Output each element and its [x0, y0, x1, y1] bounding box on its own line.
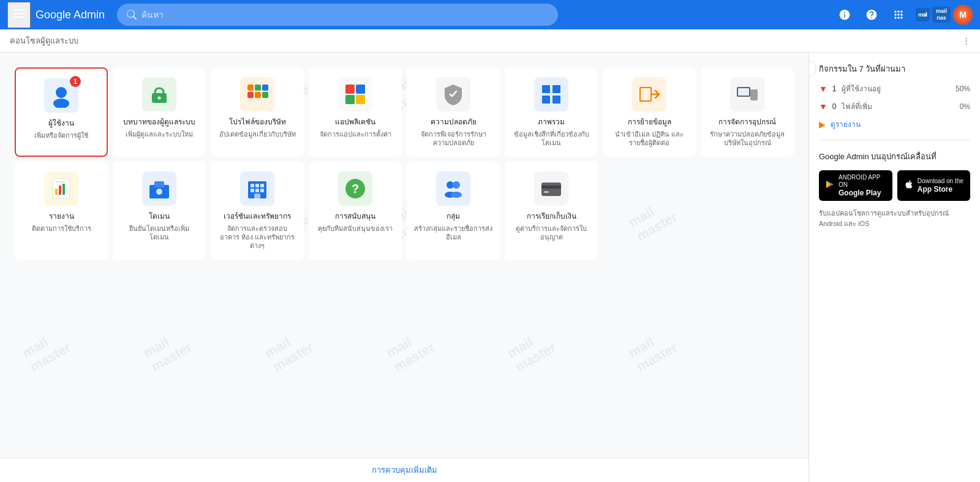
card-subtitle-support: คุยกับทีมสนับสนุนของเรา — [318, 224, 393, 233]
svg-rect-20 — [542, 85, 550, 93]
card-title-billing: การเรียกเก็บเงิน — [527, 212, 576, 222]
svg-rect-13 — [247, 92, 254, 98]
view-report-link[interactable]: ดูรายงาน — [831, 118, 861, 130]
svg-rect-23 — [552, 96, 560, 104]
google-play-button[interactable]: ANDROID APP ON Google Play — [819, 170, 892, 201]
svg-rect-52 — [541, 186, 561, 189]
svg-rect-15 — [262, 92, 268, 98]
activity-down-icon-1: ▼ — [819, 84, 827, 94]
card-title-users: ผู้ใช้งาน — [48, 119, 74, 129]
svg-rect-18 — [345, 95, 355, 104]
mobile-description: รับแอปคอนโซลการดูแลระบบสำหรับอุปกรณ์ And… — [819, 208, 970, 228]
card-migration[interactable]: การย้ายข้อมูลนำเข้าอีเมล ปฏิทิน และรายชื… — [603, 67, 696, 157]
app-logo: Google Admin — [36, 9, 105, 21]
card-buildings[interactable]: เวอร์ชันและทรัพยากรจัดการและตรวจสอบอาคาร… — [211, 162, 304, 260]
card-subtitle-directory: ข้อมูลเชิงลึกที่เกี่ยวข้องกับโดเมน — [512, 130, 590, 148]
card-users[interactable]: 1ผู้ใช้งานเพิ่มหรือจัดการผู้ใช้ — [15, 67, 108, 157]
main-layout: mailmaster mailmaster mailmaster mailmas… — [0, 53, 980, 482]
card-icon-security — [436, 77, 470, 111]
mobile-section-title: Google Admin บนอุปกรณ์เคลื่อนที่ — [819, 150, 970, 163]
activity-percent-2: 0% — [960, 102, 970, 111]
svg-rect-28 — [738, 88, 749, 96]
card-icon-users: 1 — [44, 78, 78, 113]
card-title-company-profile: โปรไฟล์ของบริษัท — [229, 118, 286, 127]
card-domain[interactable]: โดเมนยืนยันโดเมนหรือเพิ่มโดเมน — [113, 162, 206, 260]
svg-rect-17 — [356, 85, 365, 94]
card-title-reports: รายงาน — [49, 212, 74, 222]
bottom-bar-label: การควบคุมเพิ่มเติม — [372, 464, 437, 476]
card-directory[interactable]: ภาพรวมข้อมูลเชิงลึกที่เกี่ยวข้องกับโดเมน — [505, 67, 598, 157]
card-title-groups: กลุ่ม — [447, 212, 460, 222]
svg-point-50 — [451, 192, 462, 198]
card-icon-device-manage — [730, 77, 764, 111]
store-buttons-container: ANDROID APP ON Google Play Download on t… — [819, 170, 970, 201]
card-support[interactable]: ?การสนับสนุนคุยกับทีมสนับสนุนของเรา — [309, 162, 402, 260]
app-store-button[interactable]: Download on the App Store — [897, 170, 971, 201]
svg-rect-27 — [750, 89, 758, 100]
card-icon-groups — [436, 171, 470, 206]
breadcrumb-text: คอนโซลผู้ดูแลระบบ — [10, 34, 78, 47]
app-store-icon — [904, 179, 914, 192]
bottom-bar[interactable]: การควบคุมเพิ่มเติม — [0, 458, 809, 482]
top-nav: Google Admin mail mailnas M — [0, 0, 980, 29]
search-input[interactable] — [141, 10, 548, 20]
card-badge-users: 1 — [70, 76, 81, 87]
card-icon-migration — [632, 77, 666, 111]
card-icon-apps — [338, 77, 372, 111]
svg-rect-30 — [55, 189, 58, 195]
card-icon-buildings — [240, 171, 274, 206]
panel-divider — [819, 140, 970, 140]
info-button[interactable] — [832, 2, 857, 27]
help-button[interactable] — [859, 2, 884, 27]
google-play-icon — [825, 179, 835, 192]
activity-count-1: 1 — [832, 85, 837, 93]
card-subtitle-apps: จัดการแอปและการตั้งค่า — [320, 130, 391, 138]
activity-label-1: ผู้ที่ใช้งานอยู่ — [842, 83, 881, 94]
card-subtitle-billing: ดูค่าบริการและจัดการใบอนุญาต — [512, 224, 590, 242]
card-subtitle-domain: ยืนยันโดเมนหรือเพิ่มโดเมน — [120, 224, 198, 242]
svg-rect-2 — [13, 17, 24, 18]
svg-rect-43 — [260, 189, 264, 192]
card-icon-directory — [534, 77, 568, 111]
svg-rect-42 — [255, 189, 259, 192]
breadcrumb-menu[interactable]: ⋮ — [962, 36, 970, 45]
apps-grid-button[interactable] — [886, 2, 911, 27]
activity-item-report[interactable]: ▶ ดูรายงาน — [819, 118, 970, 130]
svg-rect-33 — [55, 181, 65, 183]
card-subtitle-buildings: จัดการและตรวจสอบอาคาร ห้อง และทรัพยากรต่… — [218, 224, 296, 250]
card-icon-billing — [534, 171, 568, 206]
svg-point-36 — [156, 189, 162, 195]
card-groups[interactable]: กลุ่มสร้างกลุ่มและรายชื่อการส่งอีเมล — [407, 162, 500, 260]
activity-section-title: กิจกรรมใน 7 วันที่ผ่านมา — [819, 62, 970, 75]
activity-item-files: ▼ 0 ไฟล์ที่เพิ่ม 0% — [819, 100, 970, 112]
card-company-profile[interactable]: โปรไฟล์ของบริษัทอัปเดตข้อมูลเกี่ยวกับบริ… — [211, 67, 304, 157]
svg-rect-0 — [13, 9, 24, 10]
card-apps[interactable]: แอปพลิเคชันจัดการแอปและการตั้งค่า — [309, 67, 402, 157]
breadcrumb-bar: คอนโซลผู้ดูแลระบบ ⋮ — [0, 29, 980, 53]
svg-rect-31 — [59, 186, 61, 195]
card-subtitle-admin-roles: เพิ่มผู้ดูแลและระบบใหม่ — [126, 130, 193, 138]
user-avatar[interactable]: M — [953, 5, 973, 24]
app-store-text: Download on the App Store — [918, 178, 963, 194]
svg-rect-53 — [544, 191, 549, 193]
card-device-manage[interactable]: การจัดการอุปกรณ์รักษาความปลอดภัยข้อมูลบร… — [701, 67, 794, 157]
svg-rect-44 — [254, 194, 260, 198]
card-admin-roles[interactable]: บทบาทของผู้ดูแลระบบเพิ่มผู้ดูแลและระบบให… — [113, 67, 206, 157]
svg-point-48 — [453, 181, 460, 189]
card-title-buildings: เวอร์ชันและทรัพยากร — [224, 212, 291, 222]
panel-toggle-button[interactable]: › — [809, 60, 816, 77]
svg-rect-40 — [260, 184, 264, 187]
card-reports[interactable]: รายงานติดตามการใช้บริการ — [15, 162, 108, 260]
card-icon-admin-roles — [142, 77, 176, 111]
card-subtitle-groups: สร้างกลุ่มและรายชื่อการส่งอีเมล — [414, 224, 492, 242]
card-icon-company-profile — [240, 77, 274, 111]
svg-rect-14 — [255, 92, 261, 98]
card-billing[interactable]: การเรียกเก็บเงินดูค่าบริการและจัดการใบอน… — [505, 162, 598, 260]
card-title-apps: แอปพลิเคชัน — [335, 118, 375, 127]
google-play-text: ANDROID APP ON Google Play — [839, 174, 886, 197]
search-bar[interactable] — [117, 4, 558, 26]
card-security[interactable]: ความปลอดภัยจัดการพีเจอร์การรักษาความปลอด… — [407, 67, 500, 157]
card-title-admin-roles: บทบาทของผู้ดูแลระบบ — [123, 118, 195, 127]
right-panel: › กิจกรรมใน 7 วันที่ผ่านมา ▼ 1 ผู้ที่ใช้… — [809, 53, 980, 482]
hamburger-button[interactable] — [7, 2, 31, 28]
